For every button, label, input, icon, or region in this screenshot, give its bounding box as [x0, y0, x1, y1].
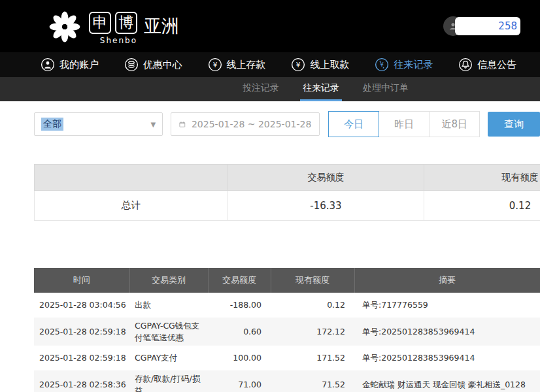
- coins-icon: [124, 57, 139, 72]
- records-header-row: 时间 交易类别 交易额度 现有额度 摘要: [34, 268, 540, 293]
- flower-logo-icon: [47, 9, 82, 44]
- sub-nav: 投注记录 往来记录 处理中订单: [0, 77, 540, 101]
- summary-header-transaction: 交易额度: [228, 165, 424, 191]
- nav-item-label: 我的账户: [59, 59, 99, 71]
- brand-boxes: 申 博: [89, 12, 137, 34]
- cell-summary: 单号:717776559: [354, 293, 540, 318]
- records-table: 时间 交易类别 交易额度 现有额度 摘要 2025-01-28 03:04:56…: [34, 268, 540, 392]
- cell-time: 2025-01-28 02:59:18: [34, 318, 129, 346]
- table-row: 2025-01-28 02:59:18CGPAY-CG钱包支付笔笔送优惠0.60…: [34, 318, 540, 346]
- records-tbody: 2025-01-28 03:04:56出款-188.000.12单号:71777…: [34, 293, 540, 392]
- summary-header-row: 交易额度 现有额度: [35, 165, 540, 191]
- cell-time: 2025-01-28 03:04:56: [34, 293, 129, 318]
- nav-item-label: 往来记录: [394, 59, 433, 71]
- today-button[interactable]: 今日: [328, 111, 379, 137]
- type-select-value: 全部: [41, 118, 63, 131]
- brand-region: 亚洲: [144, 14, 179, 38]
- tab-betting-records[interactable]: 投注记录: [240, 77, 282, 101]
- col-header-amount: 交易额度: [208, 268, 271, 293]
- top-bar: 申 博 Shenbo 亚洲 258: [0, 0, 540, 52]
- user-number: 258: [498, 20, 517, 32]
- main-nav: 我的账户 优惠中心 ¥ 线上存款 ¥ 线上取款 ¥ 往来记录: [0, 52, 540, 77]
- brand-logo[interactable]: 申 博 Shenbo 亚洲: [47, 8, 179, 45]
- cell-balance: 71.52: [271, 370, 354, 392]
- nav-item-label: 线上取款: [310, 59, 349, 71]
- table-row: 2025-01-28 03:04:56出款-188.000.12单号:71777…: [34, 293, 540, 318]
- query-button[interactable]: 查询: [488, 112, 540, 137]
- cell-type: CGPAY-CG钱包支付笔笔送优惠: [129, 318, 208, 346]
- user-icon: [41, 57, 55, 72]
- cell-summary: 单号:202501283853969414: [354, 318, 540, 346]
- deposit-icon: ¥: [208, 57, 222, 72]
- cell-summary: 金蛇献瑞 财运通天 现金回馈 豪礼相送_0128: [354, 370, 540, 392]
- col-header-balance: 现有额度: [271, 268, 354, 293]
- nav-item-promo-center[interactable]: 优惠中心: [124, 57, 182, 72]
- cell-summary: 单号:202501283853969414: [354, 346, 540, 370]
- table-row: 2025-01-28 02:59:18CGPAY支付100.00171.52单号…: [34, 346, 540, 370]
- summary-section: 交易额度 现有额度 总计 -16.33 0.12: [34, 164, 540, 221]
- records-section: 时间 交易类别 交易额度 现有额度 摘要 2025-01-28 03:04:56…: [34, 268, 540, 392]
- cell-balance: 171.52: [271, 346, 354, 370]
- cell-type: CGPAY支付: [129, 346, 208, 370]
- tab-label: 投注记录: [243, 82, 279, 94]
- cell-type: 存款/取款/打码/损益: [129, 370, 208, 392]
- col-header-time: 时间: [34, 268, 129, 293]
- user-account-area[interactable]: 258: [443, 16, 520, 36]
- calendar-icon: [179, 120, 186, 129]
- quick-button-label: 近8日: [442, 118, 468, 131]
- withdraw-icon: ¥: [291, 57, 305, 72]
- nav-item-transaction-records[interactable]: ¥ 往来记录: [375, 57, 433, 72]
- filter-bar: 全部 ▼ 2025-01-28 ~ 2025-01-28 今日 昨日 近8日 查…: [34, 110, 540, 138]
- brand-subtitle: Shenbo: [100, 36, 137, 45]
- tab-pending-orders[interactable]: 处理中订单: [360, 77, 411, 101]
- nav-item-announcements[interactable]: 信息公告: [458, 57, 516, 72]
- cell-balance: 172.12: [271, 318, 354, 346]
- quick-button-label: 今日: [344, 118, 363, 131]
- nav-item-label: 线上存款: [227, 59, 266, 71]
- col-header-summary: 摘要: [354, 268, 540, 293]
- svg-text:¥: ¥: [296, 61, 301, 69]
- tab-label: 往来记录: [303, 82, 339, 94]
- cell-amount: 100.00: [208, 346, 271, 370]
- bell-icon: [458, 57, 473, 72]
- summary-total-row: 总计 -16.33 0.12: [35, 191, 540, 221]
- summary-total-transaction: -16.33: [228, 191, 424, 221]
- nav-item-label: 优惠中心: [143, 59, 182, 71]
- tab-label: 处理中订单: [363, 82, 409, 94]
- summary-total-balance: 0.12: [424, 191, 540, 221]
- svg-text:¥: ¥: [212, 61, 217, 69]
- summary-header-balance: 现有额度: [424, 165, 540, 191]
- cell-amount: -188.00: [208, 293, 271, 318]
- nav-item-online-deposit[interactable]: ¥ 线上存款: [208, 57, 266, 72]
- type-select[interactable]: 全部 ▼: [34, 112, 163, 136]
- summary-total-label: 总计: [35, 191, 228, 221]
- cell-time: 2025-01-28 02:59:18: [34, 346, 129, 370]
- summary-table: 交易额度 现有额度 总计 -16.33 0.12: [34, 164, 540, 221]
- quick-button-label: 昨日: [394, 118, 414, 131]
- quick-date-buttons: 今日 昨日 近8日: [329, 111, 480, 137]
- yesterday-button[interactable]: 昨日: [379, 111, 430, 137]
- user-name-redacted: 258: [455, 17, 520, 35]
- brand-char-1: 申: [89, 12, 111, 34]
- page: 申 博 Shenbo 亚洲 258 我的账户: [0, 0, 540, 392]
- date-range-picker[interactable]: 2025-01-28 ~ 2025-01-28: [171, 112, 320, 136]
- nav-item-online-withdraw[interactable]: ¥ 线上取款: [291, 57, 349, 72]
- cell-balance: 0.12: [271, 293, 354, 318]
- nav-item-label: 信息公告: [477, 59, 516, 71]
- nav-item-my-account[interactable]: 我的账户: [41, 57, 99, 72]
- cell-time: 2025-01-28 02:58:36: [34, 370, 129, 392]
- cell-amount: 71.00: [208, 370, 271, 392]
- cell-type: 出款: [129, 293, 208, 318]
- col-header-type: 交易类别: [129, 268, 208, 293]
- table-row: 2025-01-28 02:58:36存款/取款/打码/损益71.0071.52…: [34, 370, 540, 392]
- date-range-value: 2025-01-28 ~ 2025-01-28: [192, 119, 311, 129]
- records-icon: ¥: [375, 57, 389, 72]
- summary-header-blank: [35, 165, 228, 191]
- chevron-down-icon: ▼: [151, 121, 156, 128]
- tab-transaction-records[interactable]: 往来记录: [300, 77, 342, 101]
- brand-char-2: 博: [115, 12, 137, 34]
- brand-name: 申 博 Shenbo: [89, 12, 137, 45]
- cell-amount: 0.60: [208, 318, 271, 346]
- last-8-days-button[interactable]: 近8日: [429, 111, 480, 137]
